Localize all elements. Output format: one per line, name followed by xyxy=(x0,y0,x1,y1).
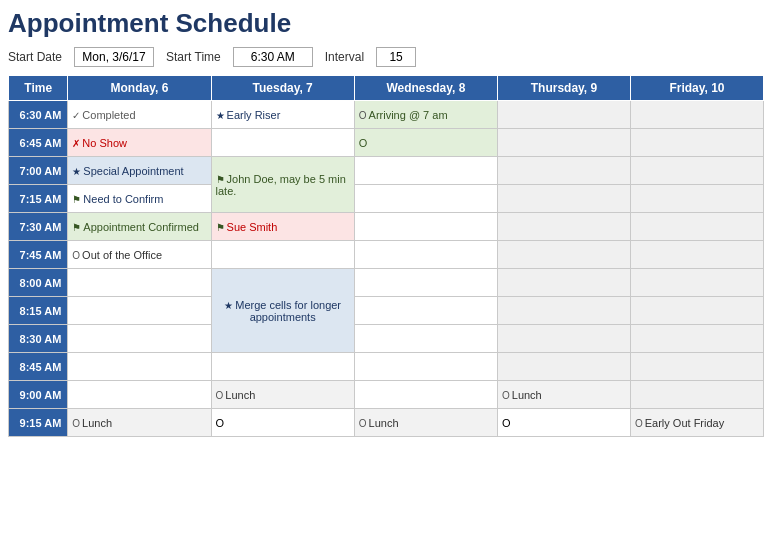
cell-monday-8-30-AM xyxy=(68,325,211,353)
cell-friday-8-30-AM xyxy=(630,325,763,353)
cell-wednesday-9-00-AM xyxy=(354,381,497,409)
time-cell: 8:15 AM xyxy=(9,297,68,325)
table-row: 9:00 AMOLunchOLunch xyxy=(9,381,764,409)
time-cell: 7:00 AM xyxy=(9,157,68,185)
table-row: 8:00 AM★Merge cells for longer appointme… xyxy=(9,269,764,297)
cell-monday-8-15-AM xyxy=(68,297,211,325)
cell-thursday-8-00-AM xyxy=(497,269,630,297)
circle-icon: O xyxy=(72,418,80,429)
cell-wednesday-6-45-AM: O xyxy=(354,129,497,157)
table-row: 6:45 AM✗No ShowO xyxy=(9,129,764,157)
check-icon: ✓ xyxy=(72,110,80,121)
time-cell: 8:00 AM xyxy=(9,269,68,297)
cell-thursday-6-30-AM xyxy=(497,101,630,129)
cell-text: Sue Smith xyxy=(227,221,278,233)
circle-icon: O xyxy=(502,390,510,401)
cell-friday-8-15-AM xyxy=(630,297,763,325)
flag-icon: ⚑ xyxy=(72,222,81,233)
interval-input[interactable] xyxy=(376,47,416,67)
time-cell: 8:45 AM xyxy=(9,353,68,381)
cell-friday-8-00-AM xyxy=(630,269,763,297)
cell-wednesday-9-15-AM: OLunch xyxy=(354,409,497,437)
cell-thursday-8-45-AM xyxy=(497,353,630,381)
table-row: 8:45 AM xyxy=(9,353,764,381)
cell-monday-9-00-AM xyxy=(68,381,211,409)
cell-wednesday-7-00-AM xyxy=(354,157,497,185)
cell-wednesday-8-45-AM xyxy=(354,353,497,381)
cell-tuesday-7-45-AM xyxy=(211,241,354,269)
cell-text: Lunch xyxy=(82,417,112,429)
cell-tuesday-6-30-AM: ★Early Riser xyxy=(211,101,354,129)
cell-text: Merge cells for longer appointments xyxy=(235,299,341,323)
cell-monday-6-45-AM: ✗No Show xyxy=(68,129,211,157)
time-cell: 9:15 AM xyxy=(9,409,68,437)
cell-wednesday-6-30-AM: OArriving @ 7 am xyxy=(354,101,497,129)
cell-wednesday-8-15-AM xyxy=(354,297,497,325)
start-time-input[interactable] xyxy=(233,47,313,67)
col-header-tuesday: Tuesday, 7 xyxy=(211,76,354,101)
cell-wednesday-8-30-AM xyxy=(354,325,497,353)
cell-text: No Show xyxy=(82,137,127,149)
circle-icon: O xyxy=(72,250,80,261)
cell-friday-6-30-AM xyxy=(630,101,763,129)
cell-text: Appointment Confirmed xyxy=(83,221,199,233)
table-row: 7:30 AM⚑Appointment Confirmed⚑Sue Smith xyxy=(9,213,764,241)
cell-thursday-7-30-AM xyxy=(497,213,630,241)
cell-text: Lunch xyxy=(512,389,542,401)
cell-monday-8-00-AM xyxy=(68,269,211,297)
cell-friday-6-45-AM xyxy=(630,129,763,157)
table-row: 8:15 AM xyxy=(9,297,764,325)
col-header-wednesday: Wednesday, 8 xyxy=(354,76,497,101)
cell-thursday-6-45-AM xyxy=(497,129,630,157)
cell-text: Arriving @ 7 am xyxy=(369,109,448,121)
cell-monday-6-30-AM: ✓Completed xyxy=(68,101,211,129)
table-row: 7:45 AMOOut of the Office xyxy=(9,241,764,269)
cell-wednesday-8-00-AM xyxy=(354,269,497,297)
cell-text: John Doe, may be 5 min late. xyxy=(216,173,346,197)
circle-icon: O xyxy=(635,418,643,429)
cell-friday-9-00-AM xyxy=(630,381,763,409)
table-header-row: Time Monday, 6 Tuesday, 7 Wednesday, 8 T… xyxy=(9,76,764,101)
time-cell: 7:30 AM xyxy=(9,213,68,241)
cell-tuesday-9-15-AM: O xyxy=(211,409,354,437)
circle-icon: O xyxy=(359,418,367,429)
flag-icon: ⚑ xyxy=(216,174,225,185)
table-row: 8:30 AM xyxy=(9,325,764,353)
controls-bar: Start Date Start Time Interval xyxy=(8,47,764,67)
cell-friday-7-00-AM xyxy=(630,157,763,185)
star-icon: ★ xyxy=(216,110,225,121)
cell-friday-7-30-AM xyxy=(630,213,763,241)
start-time-label: Start Time xyxy=(166,50,221,64)
cell-friday-7-15-AM xyxy=(630,185,763,213)
time-cell: 7:15 AM xyxy=(9,185,68,213)
flag-icon: ⚑ xyxy=(216,222,225,233)
cell-tuesday-7-00-AM: ⚑John Doe, may be 5 min late. xyxy=(211,157,354,213)
schedule-table: Time Monday, 6 Tuesday, 7 Wednesday, 8 T… xyxy=(8,75,764,437)
col-header-monday: Monday, 6 xyxy=(68,76,211,101)
cell-monday-7-00-AM: ★Special Appointment xyxy=(68,157,211,185)
flag-icon: ⚑ xyxy=(72,194,81,205)
cell-thursday-7-15-AM xyxy=(497,185,630,213)
page-title: Appointment Schedule xyxy=(8,8,764,39)
time-cell: 6:45 AM xyxy=(9,129,68,157)
table-row: 9:15 AMOLunchOOLunchOOEarly Out Friday xyxy=(9,409,764,437)
time-cell: 9:00 AM xyxy=(9,381,68,409)
cell-monday-7-15-AM: ⚑Need to Confirm xyxy=(68,185,211,213)
cell-wednesday-7-45-AM xyxy=(354,241,497,269)
cell-text: Special Appointment xyxy=(83,165,183,177)
cell-text: Completed xyxy=(82,109,135,121)
x-icon: ✗ xyxy=(72,138,80,149)
cell-text: O xyxy=(502,417,511,429)
start-date-input[interactable] xyxy=(74,47,154,67)
time-cell: 7:45 AM xyxy=(9,241,68,269)
col-header-friday: Friday, 10 xyxy=(630,76,763,101)
star-icon: ★ xyxy=(72,166,81,177)
cell-friday-7-45-AM xyxy=(630,241,763,269)
col-header-time: Time xyxy=(9,76,68,101)
cell-text: Lunch xyxy=(225,389,255,401)
cell-thursday-8-30-AM xyxy=(497,325,630,353)
time-cell: 8:30 AM xyxy=(9,325,68,353)
circle-icon: O xyxy=(216,390,224,401)
star-icon: ★ xyxy=(224,300,233,311)
table-row: 6:30 AM✓Completed★Early RiserOArriving @… xyxy=(9,101,764,129)
